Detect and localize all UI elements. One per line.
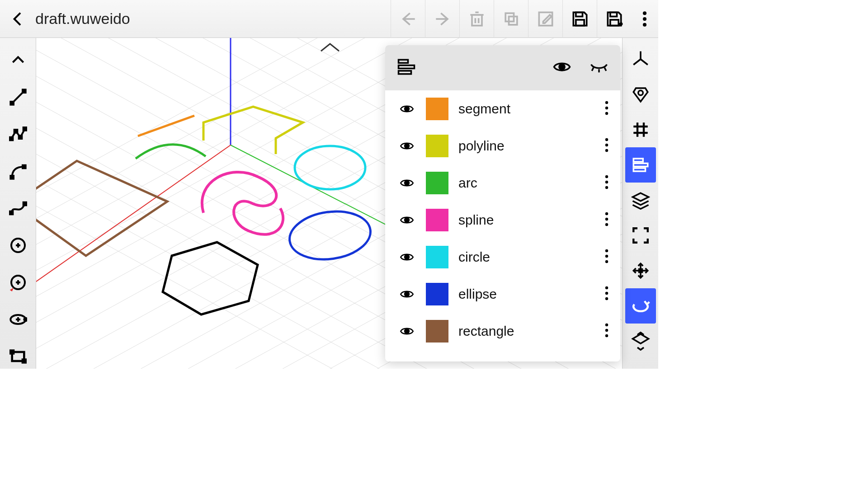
grid-toggle[interactable] [625, 112, 656, 147]
layer-color-swatch[interactable] [426, 135, 448, 157]
layer-options-button[interactable] [605, 323, 609, 340]
hide-all-icon[interactable] [590, 57, 609, 78]
layer-color-swatch[interactable] [426, 320, 448, 343]
layer-visibility-icon[interactable] [397, 252, 417, 262]
layer-name-label: polyline [458, 138, 505, 154]
svg-marker-89 [632, 193, 648, 201]
svg-point-126 [605, 324, 608, 326]
curve-tool[interactable] [5, 153, 32, 190]
layer-row[interactable]: rectangle [385, 313, 620, 350]
spline-tool[interactable] [5, 190, 32, 227]
right-toolbar [622, 38, 658, 369]
circle-point-tool[interactable] [5, 264, 32, 301]
svg-rect-22 [9, 137, 13, 141]
layer-options-button[interactable] [605, 249, 609, 266]
line-tool[interactable] [5, 79, 32, 116]
layer-color-swatch[interactable] [426, 246, 448, 268]
polyline-tool[interactable] [5, 116, 32, 153]
more-menu-button[interactable] [631, 0, 658, 38]
shape-circle[interactable] [295, 146, 365, 189]
svg-point-107 [605, 144, 608, 146]
layer-visibility-icon[interactable] [397, 178, 417, 188]
layer-visibility-icon[interactable] [397, 141, 417, 151]
svg-marker-36 [9, 288, 13, 291]
layer-row[interactable]: segment [385, 90, 620, 127]
svg-rect-26 [10, 176, 14, 179]
layer-color-swatch[interactable] [426, 172, 448, 194]
shape-segment[interactable] [138, 116, 194, 136]
svg-point-123 [605, 292, 608, 295]
edit-button[interactable] [528, 0, 562, 38]
svg-point-102 [605, 101, 608, 104]
layer-row[interactable]: circle [385, 239, 620, 276]
shape-polyline[interactable] [203, 107, 303, 154]
layers-panel-toggle[interactable] [625, 147, 656, 183]
stack-layers-button[interactable] [625, 183, 656, 218]
svg-point-18 [643, 23, 646, 26]
canvas-collapse-up-icon[interactable] [321, 44, 339, 51]
perspective-toggle[interactable] [625, 77, 656, 112]
axes-toggle[interactable] [625, 42, 656, 77]
svg-point-117 [405, 255, 409, 259]
show-all-icon[interactable] [552, 57, 571, 78]
layer-name-label: rectangle [458, 324, 514, 339]
collapse-up-button[interactable] [5, 42, 32, 79]
svg-point-122 [605, 286, 608, 289]
layer-name-label: circle [458, 249, 490, 265]
svg-rect-86 [633, 159, 643, 162]
redo-button[interactable] [425, 0, 459, 38]
save-as-button[interactable] [597, 0, 631, 38]
shape-hexagon[interactable] [163, 242, 258, 314]
ellipse-tool[interactable] [5, 301, 32, 338]
svg-rect-43 [23, 360, 26, 363]
layer-options-button[interactable] [605, 211, 609, 229]
layer-options-button[interactable] [605, 100, 609, 117]
undo-button[interactable] [391, 0, 425, 38]
shape-spline[interactable] [202, 172, 283, 235]
layer-visibility-icon[interactable] [397, 104, 417, 114]
layer-row[interactable]: arc [385, 164, 620, 202]
layer-name-label: ellipse [458, 286, 497, 302]
back-button[interactable] [9, 10, 27, 28]
axis-y [231, 145, 407, 235]
zoom-extents-button[interactable] [625, 324, 656, 359]
svg-rect-92 [639, 269, 642, 272]
shape-arc[interactable] [136, 145, 206, 159]
layer-options-button[interactable] [605, 286, 609, 303]
svg-point-119 [605, 255, 608, 258]
duplicate-button[interactable] [494, 0, 528, 38]
svg-rect-94 [399, 60, 408, 63]
layer-color-swatch[interactable] [426, 98, 448, 120]
orbit-tool[interactable] [625, 288, 656, 324]
layer-options-button[interactable] [605, 174, 609, 192]
svg-rect-27 [23, 165, 26, 169]
svg-point-103 [605, 107, 608, 109]
axis-z [227, 38, 234, 145]
svg-rect-87 [633, 164, 648, 167]
layer-visibility-icon[interactable] [397, 326, 417, 336]
layer-visibility-icon[interactable] [397, 215, 417, 225]
layer-name-label: spline [458, 212, 494, 228]
svg-point-40 [24, 318, 27, 321]
rectangle-tool[interactable] [5, 338, 32, 369]
layer-name-label: segment [458, 101, 510, 117]
svg-line-74 [231, 145, 407, 235]
layer-color-swatch[interactable] [426, 283, 448, 305]
circle-center-tool[interactable] [5, 227, 32, 264]
svg-rect-2 [472, 14, 482, 25]
layer-row[interactable]: spline [385, 202, 620, 239]
layer-row[interactable]: polyline [385, 127, 620, 164]
save-button[interactable] [562, 0, 597, 38]
svg-point-104 [605, 112, 608, 115]
layer-color-swatch[interactable] [426, 209, 448, 231]
delete-button[interactable] [459, 0, 494, 38]
svg-rect-21 [23, 89, 26, 93]
svg-rect-28 [9, 211, 13, 215]
layer-options-button[interactable] [605, 137, 609, 155]
layer-visibility-icon[interactable] [397, 289, 417, 299]
pan-tool[interactable] [625, 253, 656, 288]
svg-rect-96 [399, 71, 411, 74]
layer-row[interactable]: ellipse [385, 276, 620, 313]
fullscreen-button[interactable] [625, 218, 656, 253]
svg-rect-20 [10, 102, 14, 105]
